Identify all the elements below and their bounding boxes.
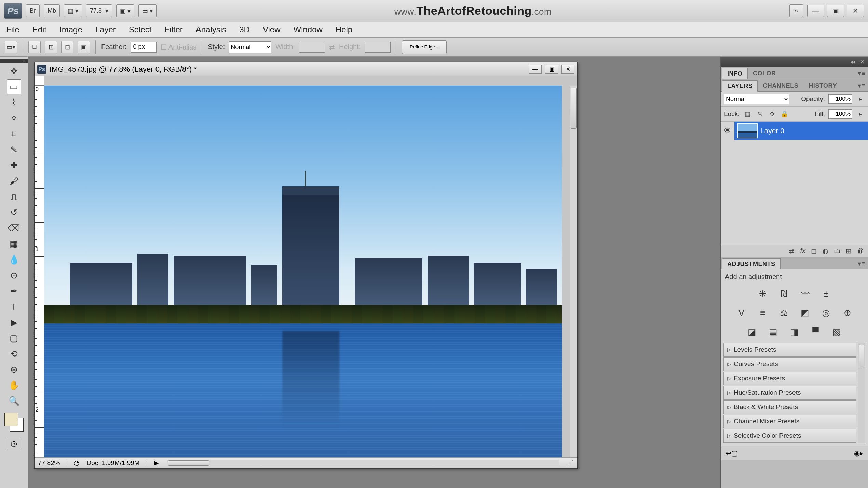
adjustment-layer-icon[interactable]: ◐ (822, 247, 828, 255)
marquee-tool-preset-icon[interactable]: ▭▾ (5, 41, 17, 53)
close-panel-group-icon[interactable]: ✕ (858, 59, 866, 65)
fill-input[interactable] (828, 109, 852, 119)
layer-visibility-icon[interactable]: 👁 (721, 122, 734, 140)
preset-black-white[interactable]: ▷Black & White Presets (723, 400, 856, 414)
selection-add-icon[interactable]: ⊞ (45, 41, 57, 53)
link-layers-icon[interactable]: ⇄ (789, 247, 795, 255)
panel-menu-icon[interactable]: ▾≡ (855, 68, 868, 79)
brush-tool-icon[interactable]: 🖌 (7, 173, 21, 189)
channel-mixer-icon[interactable]: ⊕ (840, 306, 855, 320)
quick-mask-toggle[interactable]: ◎ (7, 437, 21, 450)
move-tool-icon[interactable]: ✥ (7, 64, 21, 79)
minimize-button[interactable]: — (807, 5, 824, 17)
toolbox-grip[interactable]: » (0, 59, 28, 63)
bridge-button[interactable]: Br (26, 4, 40, 17)
status-docinfo[interactable]: Doc: 1.99M/1.99M (86, 459, 147, 467)
new-layer-icon[interactable]: ⊞ (846, 247, 852, 255)
status-zoom[interactable]: 77.82% (38, 459, 67, 467)
maximize-button[interactable]: ▣ (827, 5, 844, 17)
tab-color[interactable]: COLOR (748, 68, 781, 79)
document-titlebar[interactable]: Ps IMG_4573.jpg @ 77.8% (Layer 0, RGB/8*… (35, 62, 577, 76)
delete-layer-icon[interactable]: 🗑 (857, 247, 864, 255)
doc-maximize-button[interactable]: ▣ (545, 65, 558, 74)
fill-flyout-icon[interactable]: ▸ (856, 110, 865, 118)
exposure-icon[interactable]: ± (819, 287, 834, 301)
rectangle-tool-icon[interactable]: ▢ (7, 331, 21, 346)
presets-scroll-thumb[interactable] (859, 345, 864, 368)
3d-camera-tool-icon[interactable]: ⊛ (7, 362, 21, 377)
panel-dock-header[interactable]: ◂◂ ✕ (721, 57, 868, 67)
image-canvas[interactable] (44, 86, 562, 457)
layer-thumbnail[interactable] (737, 123, 758, 138)
vertical-scrollbar[interactable] (570, 86, 577, 457)
invert-icon[interactable]: ◪ (745, 325, 760, 339)
tab-channels[interactable]: CHANNELS (758, 80, 803, 91)
status-cache-icon[interactable]: ◔ (74, 459, 80, 467)
resize-grip-icon[interactable]: ⋰ (567, 459, 574, 467)
threshold-icon[interactable]: ◨ (787, 325, 802, 339)
lock-all-icon[interactable]: 🔒 (780, 110, 789, 118)
tab-history[interactable]: HISTORY (803, 80, 842, 91)
eyedropper-tool-icon[interactable]: ✎ (7, 142, 21, 157)
tab-info[interactable]: INFO (722, 68, 748, 79)
menu-file[interactable]: File (5, 23, 21, 37)
type-tool-icon[interactable]: T (7, 299, 21, 314)
style-select[interactable]: Normal (229, 41, 271, 53)
refine-edge-button[interactable]: Refine Edge... (402, 40, 446, 54)
gradient-map-icon[interactable]: ▀ (808, 325, 823, 339)
preset-levels[interactable]: ▷Levels Presets (723, 343, 856, 357)
preset-curves[interactable]: ▷Curves Presets (723, 357, 856, 371)
tab-layers[interactable]: LAYERS (722, 80, 758, 92)
collapse-panels-icon[interactable]: ◂◂ (849, 59, 856, 65)
vibrance-icon[interactable]: V (734, 306, 749, 320)
color-swatches[interactable] (4, 413, 24, 432)
3d-tool-icon[interactable]: ⟲ (7, 346, 21, 361)
zoom-tool-icon[interactable]: 🔍 (7, 393, 21, 408)
selective-color-icon[interactable]: ▧ (829, 325, 844, 339)
preset-channel-mixer[interactable]: ▷Channel Mixer Presets (723, 415, 856, 428)
menu-edit[interactable]: Edit (31, 23, 48, 37)
color-balance-icon[interactable]: ⚖ (776, 306, 791, 320)
layer-mask-icon[interactable]: ◻ (811, 247, 817, 255)
pen-tool-icon[interactable]: ✒ (7, 283, 21, 298)
vertical-ruler[interactable]: 0 1 2 (35, 86, 44, 457)
marquee-tool-icon[interactable]: ▭ (7, 79, 21, 94)
return-to-adjustment-list-icon[interactable]: ↩▢ (725, 449, 738, 457)
layer-row[interactable]: 👁 Layer 0 (721, 122, 868, 140)
levels-icon[interactable]: ₪ (776, 287, 791, 301)
horizontal-scroll-thumb[interactable] (168, 460, 209, 466)
view-extras-dropdown[interactable]: ▦ ▾ (64, 4, 82, 17)
preset-hue-saturation[interactable]: ▷Hue/Saturation Presets (723, 386, 856, 400)
blur-tool-icon[interactable]: 💧 (7, 252, 21, 267)
canvas-viewport[interactable] (44, 86, 570, 457)
hand-tool-icon[interactable]: ✋ (7, 378, 21, 393)
posterize-icon[interactable]: ▤ (766, 325, 781, 339)
history-brush-tool-icon[interactable]: ↺ (7, 205, 21, 220)
menu-filter[interactable]: Filter (163, 23, 184, 37)
blend-mode-select[interactable]: Normal (724, 94, 789, 104)
menu-3d[interactable]: 3D (238, 23, 251, 37)
photo-filter-icon[interactable]: ◎ (819, 306, 834, 320)
tab-adjustments[interactable]: ADJUSTMENTS (722, 258, 781, 269)
expand-panels-button[interactable]: » (789, 4, 803, 17)
layers-panel-menu-icon[interactable]: ▾≡ (855, 80, 868, 91)
lock-position-icon[interactable]: ✥ (768, 110, 776, 118)
opacity-input[interactable] (828, 94, 852, 104)
vertical-scroll-thumb[interactable] (571, 88, 577, 129)
crop-tool-icon[interactable]: ⌗ (7, 126, 21, 141)
foreground-color-swatch[interactable] (4, 413, 18, 426)
eraser-tool-icon[interactable]: ⌫ (7, 221, 21, 236)
clip-to-layer-icon[interactable]: ◉▸ (854, 449, 863, 457)
gradient-tool-icon[interactable]: ▦ (7, 236, 21, 251)
selection-new-icon[interactable]: □ (28, 41, 41, 53)
menu-view[interactable]: View (261, 23, 282, 37)
curves-icon[interactable]: 〰 (798, 287, 813, 301)
menu-analysis[interactable]: Analysis (194, 23, 228, 37)
clone-stamp-tool-icon[interactable]: ⎍ (7, 189, 21, 204)
preset-selective-color[interactable]: ▷Selective Color Presets (723, 429, 856, 443)
healing-brush-tool-icon[interactable]: ✚ (7, 158, 21, 173)
layers-list[interactable]: 👁 Layer 0 (721, 122, 868, 245)
status-menu-arrow-icon[interactable]: ▶ (154, 459, 159, 467)
selection-subtract-icon[interactable]: ⊟ (61, 41, 73, 53)
hue-saturation-icon[interactable]: ≡ (755, 306, 770, 320)
